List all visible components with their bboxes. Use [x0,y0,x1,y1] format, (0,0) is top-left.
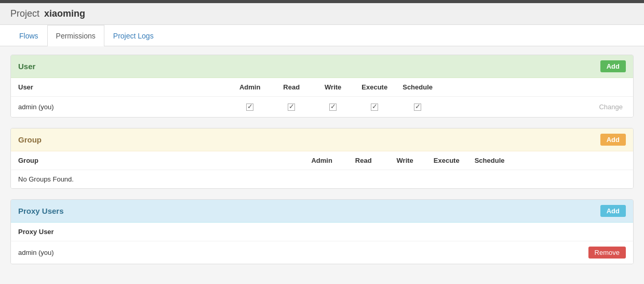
group-col-admin: Admin [301,151,343,170]
proxy-table-container: Proxy User admin (you) Remove [11,223,633,264]
tab-permissions[interactable]: Permissions [47,25,104,46]
group-section-title: Group [18,135,42,144]
group-table: Group Admin Read Write Execute Schedule … [11,151,633,188]
group-add-button[interactable]: Add [600,134,626,146]
group-col-execute: Execute [426,151,467,170]
user-table-container: User Admin Read Write Execute Schedule a… [11,78,633,117]
tab-flows[interactable]: Flows [10,25,47,46]
tab-project-logs[interactable]: Project Logs [104,25,163,46]
user-table-header-row: User Admin Read Write Execute Schedule [11,78,633,97]
user-col-write: Write [312,78,354,97]
user-schedule-cell [395,97,440,118]
user-table: User Admin Read Write Execute Schedule a… [11,78,633,117]
execute-checkbox [371,104,378,111]
user-col-action [440,78,633,97]
read-checkbox [288,104,295,111]
user-execute-cell [354,97,395,118]
group-col-read: Read [343,151,384,170]
group-empty-row: No Groups Found. [11,170,633,189]
admin-checkbox [246,104,253,111]
remove-button[interactable]: Remove [588,247,626,259]
proxy-name-cell: admin (you) [11,241,316,264]
proxy-col-action [316,223,633,241]
proxy-table-header-row: Proxy User [11,223,633,241]
schedule-checkbox [414,104,421,111]
user-admin-cell [229,97,271,118]
user-col-user: User [11,78,229,97]
user-col-admin: Admin [229,78,271,97]
proxy-table: Proxy User admin (you) Remove [11,223,633,264]
group-col-group: Group [11,151,301,170]
header: Project xiaoming [0,3,644,25]
group-col-schedule: Schedule [467,151,512,170]
group-col-action [512,151,634,170]
group-section-header: Group Add [11,128,633,151]
group-table-container: Group Admin Read Write Execute Schedule … [11,151,633,188]
content: User Add User Admin Read Write Execute S… [0,46,644,283]
user-section: User Add User Admin Read Write Execute S… [10,55,634,118]
write-checkbox [329,104,337,111]
change-button[interactable]: Change [596,102,626,112]
user-action-cell: Change [440,97,633,118]
table-row: admin (you) Remove [11,241,633,264]
user-section-header: User Add [11,55,633,78]
proxy-section-header: Proxy Users Add [11,200,633,223]
group-section: Group Add Group Admin Read Write Execute… [10,128,634,189]
group-empty-message: No Groups Found. [11,170,633,189]
project-name: xiaoming [44,8,85,19]
user-section-title: User [18,62,35,71]
proxy-section-title: Proxy Users [18,206,64,215]
group-col-write: Write [384,151,426,170]
user-col-schedule: Schedule [395,78,440,97]
group-table-header-row: Group Admin Read Write Execute Schedule [11,151,633,170]
user-add-button[interactable]: Add [600,60,626,72]
table-row: admin (you) [11,97,633,118]
user-read-cell [271,97,312,118]
user-col-read: Read [271,78,312,97]
proxy-add-button[interactable]: Add [600,205,626,217]
user-name-cell: admin (you) [11,97,229,118]
user-write-cell [312,97,354,118]
user-col-execute: Execute [354,78,395,97]
proxy-col-user: Proxy User [11,223,316,241]
tabs: Flows Permissions Project Logs [0,25,644,46]
proxy-section: Proxy Users Add Proxy User admin (you) R… [10,199,634,264]
proxy-action-cell: Remove [316,241,633,264]
project-label: Project xiaoming [10,8,85,19]
